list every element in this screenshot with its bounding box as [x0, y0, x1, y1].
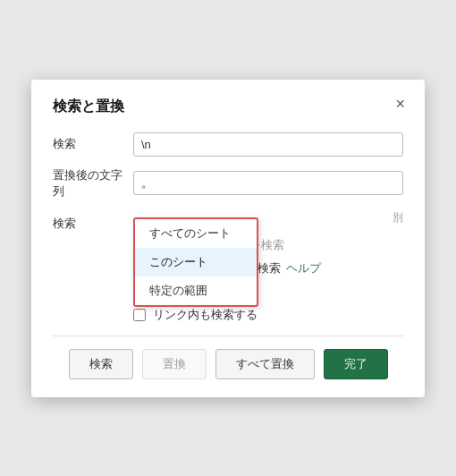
- search-label: 検索: [53, 136, 133, 152]
- replace-button[interactable]: 置換: [142, 349, 207, 379]
- help-link[interactable]: ヘルプ: [286, 260, 321, 276]
- scope-label: 検索: [53, 210, 133, 232]
- divider: [53, 336, 403, 336]
- replace-all-button[interactable]: すべて置換: [215, 349, 315, 379]
- search-button[interactable]: 検索: [69, 349, 133, 379]
- footer-buttons: 検索 置換 すべて置換 完了: [53, 349, 403, 379]
- search-replace-dialog: 検索と置換 × 検索 置換後の文字列 検索 すべてのシート このシート 特定の範…: [31, 80, 425, 397]
- replace-label: 置換後の文字列: [53, 167, 133, 200]
- scope-option-specific-range[interactable]: 特定の範囲: [135, 276, 257, 305]
- scope-other-label: 別: [393, 210, 403, 225]
- replace-row: 置換後の文字列: [53, 167, 403, 200]
- dialog-title: 検索と置換: [53, 98, 403, 116]
- scope-option-all-sheets[interactable]: すべてのシート: [135, 219, 257, 248]
- link-label: リンク内も検索する: [153, 307, 258, 323]
- link-checkbox[interactable]: [133, 309, 146, 321]
- scope-row: 検索 すべてのシート このシート 特定の範囲 別: [53, 210, 403, 232]
- scope-dropdown-menu: すべてのシート このシート 特定の範囲: [133, 217, 258, 307]
- search-input[interactable]: [133, 132, 403, 157]
- replace-input[interactable]: [133, 171, 403, 195]
- scope-right: すべてのシート このシート 特定の範囲 別: [133, 210, 403, 225]
- close-button[interactable]: ×: [390, 94, 410, 114]
- scope-option-this-sheet[interactable]: このシート: [135, 248, 257, 276]
- done-button[interactable]: 完了: [324, 349, 388, 379]
- search-row: 検索: [53, 132, 403, 157]
- link-row: リンク内も検索する: [133, 307, 403, 323]
